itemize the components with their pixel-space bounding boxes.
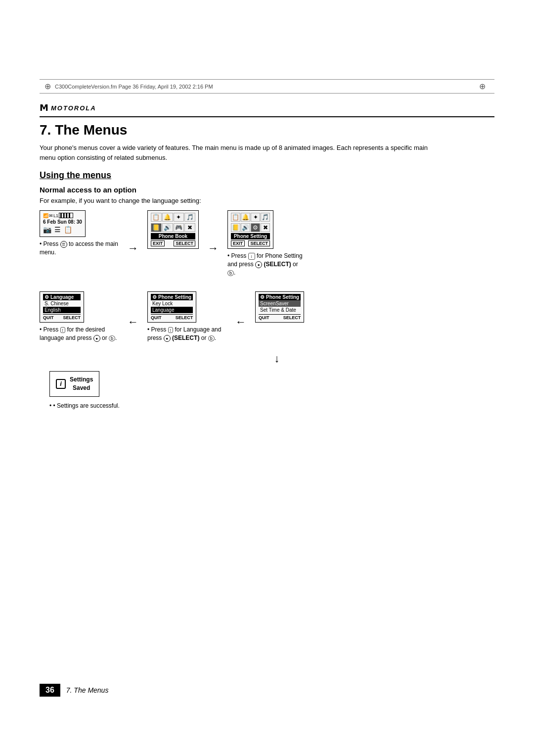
phone-screen-home: 📶 ✉ L1 ▌▌▌▌ 6 Feb Sun 08: 30 📷 ☰ 📋	[40, 210, 86, 237]
phone-screen-screensaver: ⚙ Phone Setting ScreenSaver Set Time & D…	[255, 291, 304, 323]
phonebook-softkeys: EXIT SELECT	[151, 240, 195, 246]
status-bar-home: 📶 ✉ L1 ▌▌▌▌	[43, 213, 82, 218]
body-text: Your phone's menus cover a wide variety …	[40, 143, 445, 162]
ps-menu-icons-top: 📋 🔔 ✦ 🎵	[231, 213, 270, 222]
alt-icon-2: b	[109, 335, 115, 341]
ps-language-softkeys: QUIT SELECT	[151, 314, 193, 320]
select-label-3: SELECT	[174, 334, 197, 341]
select-label: SELECT	[266, 261, 289, 268]
diagram-row1: 📶 ✉ L1 ▌▌▌▌ 6 Feb Sun 08: 30 📷 ☰ 📋 • Pre…	[40, 210, 494, 277]
reg-inline-right-icon: ⊕	[479, 82, 486, 91]
phonesetting-label: Phone Setting	[231, 233, 270, 239]
for-example-text: For example, if you want to change the l…	[40, 197, 494, 204]
language-item1: S. Chinese	[43, 300, 81, 307]
screensaver-item1: ScreenSaver	[259, 300, 301, 307]
arrow-down-block: ↓	[59, 352, 494, 365]
page-number: 36	[40, 684, 60, 697]
ps-language-header: ⚙ Phone Setting	[151, 294, 193, 300]
ps-item2: Language	[151, 307, 193, 313]
caption-settings-saved: • • Settings are successful.	[49, 402, 129, 410]
screensaver-item2: Set Time & Date	[259, 307, 301, 313]
select-button-icon: ●	[255, 261, 262, 268]
select-icon-2: ●	[93, 335, 100, 342]
ps-item1: Key Lock	[151, 300, 193, 307]
file-info-text: C300CompleteVersion.fm Page 36 Friday, A…	[55, 84, 213, 90]
language-header: ⚙ Language	[43, 294, 81, 300]
caption-language: • Press ↕ for the desired language and p…	[40, 326, 119, 342]
menu-button-icon: ☰	[60, 241, 67, 248]
file-info-bar: ⊕ C300CompleteVersion.fm Page 36 Friday,…	[40, 79, 494, 94]
main-menu-icons-bottom: 📒 🔊 🎮 ✖	[151, 223, 195, 232]
language-softkeys: QUIT SELECT	[43, 314, 81, 320]
footer-chapter: 7. The Menus	[66, 686, 109, 694]
arrow-right-1: →	[128, 242, 138, 255]
home-date: 6 Feb Sun 08: 30	[43, 219, 82, 225]
alt-button-icon: b	[227, 270, 234, 276]
ps-language-block: ⚙ Phone Setting Key Lock Language QUIT S…	[147, 291, 226, 342]
reg-inline-icon: ⊕	[44, 82, 51, 91]
motorola-m-icon: 𝗠	[40, 102, 48, 113]
sub-heading: Normal access to an option	[40, 186, 494, 194]
info-icon: i	[56, 379, 66, 389]
page-footer: 36 7. The Menus	[40, 684, 494, 697]
diagram-row2: ⚙ Language S. Chinese English QUIT SELEC…	[40, 291, 494, 342]
phone-screen-phonesetting: 📋 🔔 ✦ 🎵 📒 🔊 ⚙ ✖ Phone Setting EXIT SELEC…	[227, 210, 273, 249]
phonebook-label: Phone Book	[151, 233, 195, 239]
phone-screen-ps-language: ⚙ Phone Setting Key Lock Language QUIT S…	[147, 291, 196, 323]
chapter-name: The Menus	[55, 122, 127, 138]
chapter-number: 7.	[40, 122, 51, 138]
caption-ps-language: • Press ↕ for Language and press ● (SELE…	[147, 326, 226, 342]
nav-icon: ↕	[248, 253, 255, 260]
language-screen-block: ⚙ Language S. Chinese English QUIT SELEC…	[40, 291, 119, 342]
arrow-left-1: ←	[128, 316, 138, 329]
section-heading: Using the menus	[40, 170, 494, 181]
screensaver-softkeys: QUIT SELECT	[259, 314, 301, 320]
alt-icon-3: b	[208, 335, 215, 341]
select-icon-3: ●	[164, 335, 171, 342]
phonesetting-softkeys: EXIT SELECT	[231, 240, 270, 246]
screen1-block: 📶 ✉ L1 ▌▌▌▌ 6 Feb Sun 08: 30 📷 ☰ 📋 • Pre…	[40, 210, 119, 257]
ps-menu-icons-bottom: 📒 🔊 ⚙ ✖	[231, 223, 270, 232]
arrow-right-2: →	[208, 242, 219, 255]
chapter-title: 7. The Menus	[40, 122, 494, 138]
caption-phonesetting: • Press ↕ for Phone Setting and press ● …	[227, 252, 307, 277]
home-bottom-icons: 📷 ☰ 📋	[43, 226, 82, 234]
phone-screen-mainmenu: 📋 🔔 ✦ 🎵 📒 🔊 🎮 ✖ Phone Book EXIT SELECT	[147, 210, 199, 249]
language-item2: English	[43, 307, 81, 313]
arrow-down-icon: ↓	[59, 352, 494, 365]
caption-home: • Press ☰ to access the main menu.	[40, 240, 119, 257]
nav-icon-3: ↕	[168, 327, 174, 333]
screensaver-block: ⚙ Phone Setting ScreenSaver Set Time & D…	[255, 291, 304, 323]
motorola-logo: MOTOROLA	[51, 104, 96, 112]
screen2-block: 📋 🔔 ✦ 🎵 📒 🔊 🎮 ✖ Phone Book EXIT SELECT	[147, 210, 199, 249]
nav-icon-2: ↕	[60, 327, 66, 333]
main-menu-icons-top: 📋 🔔 ✦ 🎵	[151, 213, 195, 222]
settings-saved-box: i SettingsSaved	[49, 371, 99, 397]
settings-saved-block: i SettingsSaved	[49, 369, 494, 397]
settings-saved-text: SettingsSaved	[70, 376, 93, 392]
motorola-header: 𝗠 MOTOROLA	[40, 102, 494, 117]
screensaver-header: ⚙ Phone Setting	[259, 294, 301, 300]
screen3-block: 📋 🔔 ✦ 🎵 📒 🔊 ⚙ ✖ Phone Setting EXIT SELEC…	[227, 210, 307, 277]
arrow-left-2: ←	[235, 316, 246, 329]
phone-screen-language: ⚙ Language S. Chinese English QUIT SELEC…	[40, 291, 84, 323]
